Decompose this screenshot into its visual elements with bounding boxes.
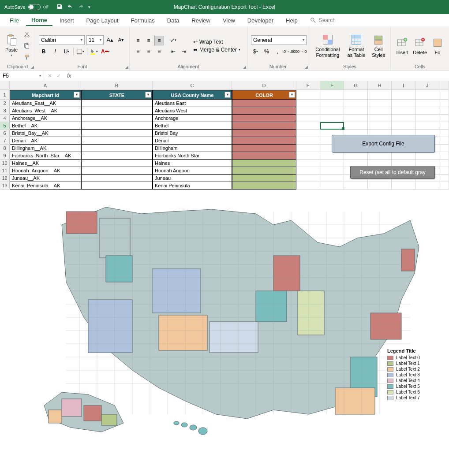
cell[interactable]	[415, 152, 439, 160]
copy-icon[interactable]	[22, 41, 32, 51]
borders-icon[interactable]: ▾	[75, 47, 85, 56]
decrease-decimal-icon[interactable]: .00→.0	[296, 47, 305, 56]
cell[interactable]	[439, 90, 449, 100]
cell-county[interactable]: Aleutians West	[153, 107, 232, 115]
cell[interactable]	[296, 122, 320, 130]
cell[interactable]	[344, 100, 368, 107]
cell-color[interactable]	[232, 182, 296, 190]
cell[interactable]	[320, 122, 344, 130]
qat-customize-icon[interactable]: ▾	[88, 5, 90, 9]
cell-county[interactable]: Juneau	[153, 175, 232, 182]
cell-county[interactable]: Kenai Peninsula	[153, 182, 232, 190]
cell[interactable]	[392, 90, 415, 100]
cell-color[interactable]	[232, 152, 296, 160]
row-header-6[interactable]: 6	[0, 130, 10, 137]
cell-color[interactable]	[232, 167, 296, 175]
conditional-formatting-button[interactable]: Conditional Formatting	[313, 33, 343, 58]
format-painter-icon[interactable]	[22, 52, 32, 62]
align-middle-icon[interactable]: ≡	[144, 36, 153, 45]
bold-icon[interactable]: B	[39, 47, 49, 56]
enter-formula-icon[interactable]: ✓	[56, 73, 61, 79]
cell-color[interactable]	[232, 115, 296, 122]
cell[interactable]	[320, 175, 344, 182]
align-left-icon[interactable]: ≡	[133, 46, 143, 56]
cell[interactable]	[392, 122, 415, 130]
comma-format-icon[interactable]: ,	[273, 47, 282, 56]
align-center-icon[interactable]: ≡	[144, 46, 153, 56]
cell-id[interactable]: Dillingham__AK	[10, 145, 81, 152]
save-icon[interactable]	[56, 4, 63, 11]
font-dialog-launcher-icon[interactable]: ◢	[125, 65, 128, 69]
row-header-10[interactable]: 10	[0, 160, 10, 167]
cell[interactable]	[439, 175, 449, 182]
cell[interactable]	[439, 115, 449, 122]
filter-button-icon[interactable]: ▾	[224, 92, 231, 98]
italic-icon[interactable]: I	[50, 47, 60, 56]
col-header-D[interactable]: D	[232, 81, 296, 89]
merge-center-button[interactable]: ⬌Merge & Center▾	[193, 47, 240, 53]
cell[interactable]	[415, 107, 439, 115]
filter-button-icon[interactable]: ▾	[289, 92, 295, 98]
table-header-county[interactable]: USA County Name▾	[153, 90, 232, 100]
cell[interactable]	[320, 167, 344, 175]
cell-color[interactable]	[232, 100, 296, 107]
cell-state[interactable]	[81, 167, 153, 175]
cell[interactable]	[439, 145, 449, 152]
cell[interactable]	[439, 130, 449, 137]
cell[interactable]	[439, 107, 449, 115]
cell[interactable]	[296, 115, 320, 122]
cell-id[interactable]: Bristol_Bay__AK	[10, 130, 81, 137]
cell[interactable]	[296, 182, 320, 190]
cell[interactable]	[368, 90, 392, 100]
cell[interactable]	[392, 152, 415, 160]
row-header-3[interactable]: 3	[0, 107, 10, 115]
underline-icon[interactable]: U▾	[62, 47, 71, 56]
cell[interactable]	[439, 182, 449, 190]
tab-formulas[interactable]: Formulas	[126, 15, 160, 26]
cell[interactable]	[296, 167, 320, 175]
cell[interactable]	[392, 115, 415, 122]
fx-icon[interactable]: fx	[67, 73, 71, 79]
cell-county[interactable]: Bristol Bay	[153, 130, 232, 137]
cell-state[interactable]	[81, 100, 153, 107]
cell[interactable]	[320, 107, 344, 115]
cell[interactable]	[320, 160, 344, 167]
cell[interactable]	[296, 100, 320, 107]
tell-me-search[interactable]: Search	[310, 17, 336, 23]
table-header-id[interactable]: Mapchart Id▾	[10, 90, 81, 100]
tab-help[interactable]: Help	[281, 15, 303, 26]
col-header-A[interactable]: A	[10, 81, 81, 89]
cell[interactable]	[439, 160, 449, 167]
align-right-icon[interactable]: ≡	[154, 46, 164, 56]
cell-color[interactable]	[232, 122, 296, 130]
cell-id[interactable]: Aleutians_East__AK	[10, 100, 81, 107]
cut-icon[interactable]	[22, 30, 32, 39]
col-header-J[interactable]: J	[415, 81, 439, 89]
cell[interactable]	[320, 152, 344, 160]
orientation-icon[interactable]: ⤢▾	[168, 35, 178, 45]
cell-color[interactable]	[232, 107, 296, 115]
cell[interactable]	[368, 182, 392, 190]
cell[interactable]	[344, 122, 368, 130]
cell-state[interactable]	[81, 130, 153, 137]
accounting-format-icon[interactable]: $▾	[251, 47, 260, 56]
cell-county[interactable]: Haines	[153, 160, 232, 167]
cell[interactable]	[392, 107, 415, 115]
font-color-icon[interactable]: A▾	[101, 47, 110, 56]
cell[interactable]	[344, 90, 368, 100]
cell-county[interactable]: Aleutians East	[153, 100, 232, 107]
cell-state[interactable]	[81, 152, 153, 160]
insert-cells-button[interactable]: Insert	[394, 36, 410, 56]
cell[interactable]	[344, 182, 368, 190]
col-header-K[interactable]	[439, 81, 449, 89]
cell-color[interactable]	[232, 137, 296, 145]
col-header-G[interactable]: G	[344, 81, 368, 89]
autosave-toggle[interactable]: AutoSave Off	[0, 4, 53, 10]
cell-id[interactable]: Anchorage__AK	[10, 115, 81, 122]
cell[interactable]	[415, 90, 439, 100]
row-header-1[interactable]: 1	[0, 90, 10, 100]
fill-color-icon[interactable]: ▾	[89, 47, 99, 56]
filter-button-icon[interactable]: ▾	[74, 92, 80, 98]
tab-data[interactable]: Data	[162, 15, 184, 26]
select-all-corner[interactable]	[0, 81, 10, 89]
